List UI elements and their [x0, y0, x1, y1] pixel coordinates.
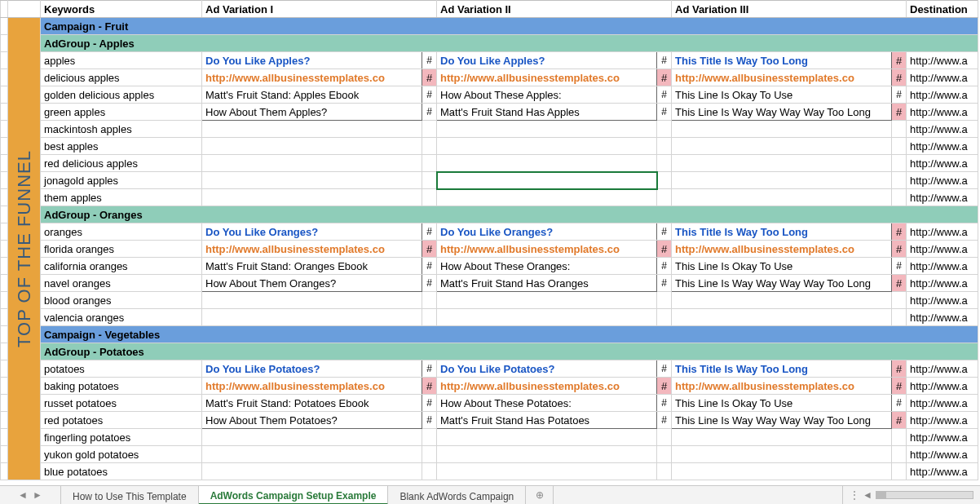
char-count-cell[interactable]: #	[657, 360, 672, 378]
char-count-cell[interactable]: #	[422, 275, 437, 292]
destination-cell[interactable]: http://www.a	[907, 69, 978, 86]
campaign-name-cell[interactable]: Campaign - Fruit	[41, 18, 978, 35]
empty-hash-cell[interactable]	[892, 309, 907, 326]
destination-cell[interactable]: http://www.a	[907, 395, 978, 412]
keyword-cell[interactable]: florida oranges	[41, 241, 202, 258]
empty-ad-cell[interactable]	[672, 155, 892, 172]
keyword-cell[interactable]: potatoes	[41, 360, 202, 378]
empty-hash-cell[interactable]	[892, 138, 907, 155]
ad-url-cell[interactable]: http://www.allbusinesstemplates.co	[672, 69, 892, 86]
horizontal-scrollbar[interactable]: ⋮ ◄	[842, 486, 980, 504]
empty-hash-cell[interactable]	[422, 446, 437, 463]
destination-cell[interactable]: http://www.a	[907, 223, 978, 241]
ad-line2-cell[interactable]: This Line Is Way Way Way Way Too Long	[672, 104, 892, 121]
empty-hash-cell[interactable]	[657, 292, 672, 309]
empty-ad-cell[interactable]	[672, 446, 892, 463]
tab-nav-buttons[interactable]: ◄ ►	[0, 486, 60, 504]
scroll-left-icon[interactable]: ◄	[863, 489, 872, 501]
char-count-cell[interactable]: #	[422, 412, 437, 429]
empty-hash-cell[interactable]	[892, 429, 907, 446]
keyword-cell[interactable]: red potatoes	[41, 412, 202, 429]
keyword-cell[interactable]: green apples	[41, 104, 202, 121]
keyword-cell[interactable]: oranges	[41, 223, 202, 241]
char-count-cell[interactable]: #	[422, 52, 437, 69]
keyword-cell[interactable]: best apples	[41, 138, 202, 155]
sheet-tab[interactable]: AdWords Campaign Setup Example	[199, 486, 389, 504]
ad-title-cell[interactable]: Do You Like Apples?	[202, 52, 422, 69]
adgroup-name-cell[interactable]: AdGroup - Potatoes	[41, 343, 978, 360]
empty-hash-cell[interactable]	[892, 121, 907, 138]
empty-hash-cell[interactable]	[657, 189, 672, 206]
char-count-cell[interactable]: #	[657, 412, 672, 429]
char-count-cell[interactable]: #	[657, 395, 672, 412]
char-count-cell[interactable]: #	[892, 360, 907, 378]
char-count-cell[interactable]: #	[892, 52, 907, 69]
char-count-cell[interactable]: #	[422, 378, 437, 395]
char-count-cell[interactable]: #	[422, 69, 437, 86]
data-row[interactable]: green applesHow About Them Apples?#Matt'…	[1, 104, 978, 121]
empty-hash-cell[interactable]	[892, 155, 907, 172]
char-count-cell[interactable]: #	[422, 241, 437, 258]
ad-line2-cell[interactable]: How About Them Potatoes?	[202, 412, 422, 429]
adgroup-name-cell[interactable]: AdGroup - Apples	[41, 35, 978, 52]
adgroup-row[interactable]: AdGroup - Oranges	[1, 206, 978, 223]
header-keywords[interactable]: Keywords	[41, 1, 202, 18]
data-row[interactable]: mackintosh appleshttp://www.a	[1, 121, 978, 138]
ad-title-cell[interactable]: Do You Like Oranges?	[437, 223, 657, 241]
empty-ad-cell[interactable]	[202, 292, 422, 309]
ad-line2-cell[interactable]: This Line Is Way Way Way Way Too Long	[672, 412, 892, 429]
empty-hash-cell[interactable]	[422, 429, 437, 446]
adgroup-name-cell[interactable]: AdGroup - Oranges	[41, 206, 978, 223]
char-count-cell[interactable]: #	[892, 86, 907, 104]
keyword-cell[interactable]: jonagold apples	[41, 172, 202, 189]
char-count-cell[interactable]: #	[657, 275, 672, 292]
empty-hash-cell[interactable]	[657, 463, 672, 480]
empty-hash-cell[interactable]	[657, 155, 672, 172]
destination-cell[interactable]: http://www.a	[907, 360, 978, 378]
char-count-cell[interactable]: #	[657, 69, 672, 86]
keyword-cell[interactable]: red delicious apples	[41, 155, 202, 172]
empty-ad-cell[interactable]	[437, 446, 657, 463]
empty-ad-cell[interactable]	[202, 309, 422, 326]
char-count-cell[interactable]: #	[892, 412, 907, 429]
destination-cell[interactable]: http://www.a	[907, 86, 978, 104]
keyword-cell[interactable]: baking potatoes	[41, 378, 202, 395]
keyword-cell[interactable]: russet potatoes	[41, 395, 202, 412]
adgroup-row[interactable]: AdGroup - Apples	[1, 35, 978, 52]
empty-hash-cell[interactable]	[892, 463, 907, 480]
destination-cell[interactable]: http://www.a	[907, 121, 978, 138]
destination-cell[interactable]: http://www.a	[907, 104, 978, 121]
empty-hash-cell[interactable]	[422, 121, 437, 138]
empty-ad-cell[interactable]	[202, 446, 422, 463]
tab-nav-next-icon[interactable]: ►	[33, 489, 42, 501]
empty-hash-cell[interactable]	[657, 172, 672, 189]
data-row[interactable]: blue potatoeshttp://www.a	[1, 463, 978, 480]
empty-hash-cell[interactable]	[422, 463, 437, 480]
ad-url-cell[interactable]: http://www.allbusinesstemplates.co	[437, 241, 657, 258]
empty-ad-cell[interactable]	[437, 155, 657, 172]
data-row[interactable]: delicious appleshttp://www.allbusinesste…	[1, 69, 978, 86]
empty-hash-cell[interactable]	[657, 309, 672, 326]
empty-ad-cell[interactable]	[672, 138, 892, 155]
empty-hash-cell[interactable]	[422, 189, 437, 206]
char-count-cell[interactable]: #	[892, 275, 907, 292]
empty-ad-cell[interactable]	[672, 121, 892, 138]
empty-ad-cell[interactable]	[437, 429, 657, 446]
ad-url-cell[interactable]: http://www.allbusinesstemplates.co	[437, 69, 657, 86]
ad-line2-cell[interactable]: Matt's Fruit Stand Has Apples	[437, 104, 657, 121]
empty-ad-cell[interactable]	[202, 155, 422, 172]
ad-line1-cell[interactable]: How About These Apples:	[437, 86, 657, 104]
ad-line1-cell[interactable]: Matt's Fruit Stand: Apples Ebook	[202, 86, 422, 104]
data-row[interactable]: applesDo You Like Apples?#Do You Like Ap…	[1, 52, 978, 69]
char-count-cell[interactable]: #	[892, 395, 907, 412]
data-row[interactable]: golden delicious applesMatt's Fruit Stan…	[1, 86, 978, 104]
campaign-name-cell[interactable]: Campaign - Vegetables	[41, 326, 978, 343]
ad-title-cell[interactable]: This Title Is Way Too Long	[672, 223, 892, 241]
keyword-cell[interactable]: valencia oranges	[41, 309, 202, 326]
data-row[interactable]: red delicious appleshttp://www.a	[1, 155, 978, 172]
destination-cell[interactable]: http://www.a	[907, 429, 978, 446]
ad-line2-cell[interactable]: This Line Is Way Way Way Way Too Long	[672, 275, 892, 292]
empty-hash-cell[interactable]	[422, 155, 437, 172]
spreadsheet-area[interactable]: Keywords Ad Variation I Ad Variation II …	[0, 0, 980, 485]
keyword-cell[interactable]: yukon gold potatoes	[41, 446, 202, 463]
